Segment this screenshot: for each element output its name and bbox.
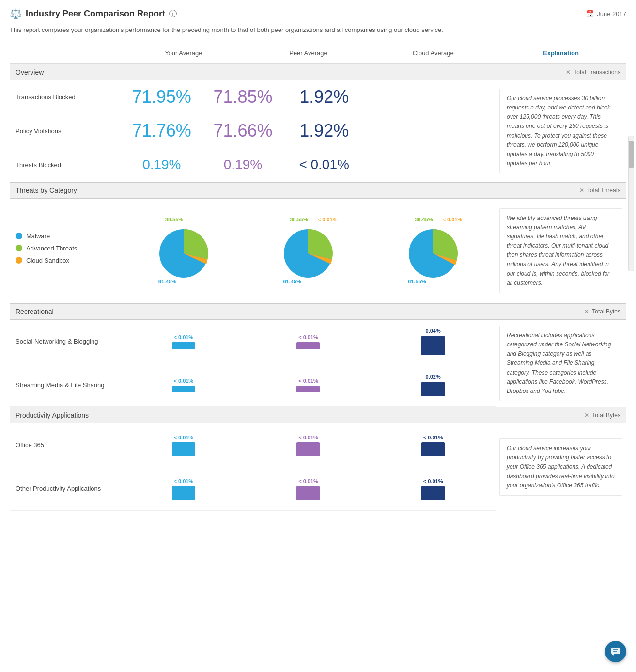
social-cloud-bar-chart [421, 336, 445, 355]
calendar-icon: 📅 [586, 10, 594, 17]
recreational-rows: Social Networking & Blogging < 0.01% < 0… [10, 320, 496, 407]
productivity-title: Productivity Applications [16, 411, 490, 419]
overview-explanation: Our cloud service processes 30 billion r… [499, 89, 622, 174]
threats-section-header: Threats by Category ✕ Total Threats [10, 182, 626, 199]
scrollbar-thumb[interactable] [629, 141, 634, 168]
pie-label-blue-your: 61.45% [158, 279, 176, 284]
policy-peer-value: 71.66% [202, 121, 284, 141]
otherprod-peer-label: < 0.01% [298, 478, 318, 484]
scrollbar[interactable] [628, 136, 634, 271]
col-label [10, 47, 121, 60]
social-peer-bar-chart [296, 342, 320, 349]
streaming-cloud-label: 0.02% [426, 374, 441, 380]
threats-title: Threats by Category [16, 187, 490, 194]
pie-label-green-your: 38.55% [165, 217, 183, 222]
pie-label-yellow-cloud: < 0.01% [442, 217, 462, 222]
pie-label-green-peer: 38.55% [290, 217, 308, 222]
streaming-your-label: < 0.01% [173, 378, 193, 384]
table-row: Office 365 < 0.01% < 0.01% < 0.01% [10, 423, 496, 467]
overview-title: Overview [16, 68, 490, 76]
productivity-rows: Office 365 < 0.01% < 0.01% < 0.01% Other… [10, 423, 496, 511]
row-label-other-prod: Other Productivity Applications [10, 485, 121, 492]
report-description: This report compares your organization's… [10, 25, 626, 35]
row-label-streaming: Streaming Media & File Sharing [10, 381, 121, 389]
otherprod-your-bar-chart [172, 486, 195, 500]
table-row: Other Productivity Applications < 0.01% … [10, 467, 496, 511]
social-cloud-label: 0.04% [426, 328, 441, 334]
row-label-office: Office 365 [10, 441, 121, 449]
otherprod-peer-bar-chart [296, 486, 320, 500]
pie-label-blue-peer: 61.45% [283, 279, 301, 284]
recreational-section-header: Recreational ✕ Total Bytes [10, 303, 626, 320]
metric-icon-overview: ✕ [566, 69, 571, 76]
col-peer-avg: Peer Average [246, 47, 371, 60]
streaming-peer-bar: < 0.01% [246, 378, 371, 392]
recreational-title: Recreational [16, 308, 490, 315]
pie-svg-your [155, 224, 213, 282]
office-peer-bar-chart [296, 442, 320, 456]
row-label-social: Social Networking & Blogging [10, 338, 121, 345]
col-explanation: Explanation [496, 47, 626, 60]
otherprod-your-label: < 0.01% [173, 478, 193, 484]
pie-chart-your: 38.55% 61.45% [121, 217, 246, 284]
legend-item-sandbox: Cloud Sandbox [16, 257, 121, 264]
metric-icon-productivity: ✕ [584, 412, 589, 419]
pie-svg-cloud [404, 224, 462, 282]
recreational-body: Social Networking & Blogging < 0.01% < 0… [10, 320, 626, 407]
header-title-area: ⚖️ Industry Peer Comparison Report i [10, 8, 177, 19]
metric-icon-threats: ✕ [579, 187, 584, 194]
pie-wrapper-cloud: 38.45% < 0.01% 61.55% [404, 217, 462, 284]
productivity-metric: ✕ Total Bytes [490, 412, 620, 419]
overview-section-header: Overview ✕ Total Transactions [10, 64, 626, 80]
table-row: Policy Violations 71.76% 71.66% 1.92% [10, 114, 496, 148]
overview-rows: Transactions Blocked 71.95% 71.85% 1.92%… [10, 80, 496, 182]
overview-body: Transactions Blocked 71.95% 71.85% 1.92%… [10, 80, 626, 182]
social-your-bar: < 0.01% [121, 334, 246, 349]
overview-explanation-container: Our cloud service processes 30 billion r… [496, 80, 626, 182]
office-cloud-bar-chart [421, 442, 445, 456]
legend-label-advanced: Advanced Threats [26, 245, 77, 252]
blocked-peer-value: 71.85% [202, 87, 284, 107]
info-icon[interactable]: i [169, 10, 177, 17]
pie-label-green-cloud: 38.45% [415, 217, 433, 222]
productivity-section-header: Productivity Applications ✕ Total Bytes [10, 407, 626, 423]
threats-your-value: 0.19% [121, 157, 202, 172]
streaming-cloud-bar-chart [421, 382, 445, 396]
row-label-policy: Policy Violations [10, 127, 121, 135]
office-peer-bar: < 0.01% [246, 435, 371, 456]
office-cloud-label: < 0.01% [423, 435, 443, 440]
threats-pie-row: Malware Advanced Threats Cloud Sandbox 3… [10, 199, 626, 304]
social-your-label: < 0.01% [173, 334, 193, 340]
office-cloud-bar: < 0.01% [371, 435, 496, 456]
streaming-your-bar: < 0.01% [121, 378, 246, 392]
otherprod-cloud-label: < 0.01% [423, 478, 443, 484]
scales-icon: ⚖️ [10, 8, 22, 19]
recreational-explanation-container: Recreational includes applications categ… [496, 320, 626, 407]
threats-metric-label: Total Threats [587, 187, 620, 194]
recreational-metric: ✕ Total Bytes [490, 308, 620, 315]
threats-peer-value: 0.19% [202, 157, 284, 172]
legend-item-advanced: Advanced Threats [16, 245, 121, 252]
otherprod-peer-bar: < 0.01% [246, 478, 371, 500]
page-title: Industry Peer Comparison Report [26, 9, 165, 19]
office-your-bar: < 0.01% [121, 435, 246, 456]
row-label-blocked: Transactions Blocked [10, 94, 121, 101]
productivity-body: Office 365 < 0.01% < 0.01% < 0.01% Other… [10, 423, 626, 511]
otherprod-cloud-bar-chart [421, 486, 445, 500]
office-your-label: < 0.01% [173, 435, 193, 440]
threats-cloud-value: < 0.01% [283, 157, 365, 172]
policy-cloud-value: 1.92% [283, 121, 365, 141]
legend-label-malware: Malware [26, 233, 50, 240]
col-cloud-avg: Cloud Average [371, 47, 496, 60]
streaming-your-bar-chart [172, 386, 195, 392]
table-row: Threats Blocked 0.19% 0.19% < 0.01% [10, 148, 496, 182]
blocked-cloud-value: 1.92% [283, 87, 365, 107]
otherprod-cloud-bar: < 0.01% [371, 478, 496, 500]
overview-metric-label: Total Transactions [574, 69, 620, 76]
pie-label-blue-cloud: 61.55% [408, 279, 426, 284]
threats-explanation: We identify advanced threats using strea… [499, 208, 622, 294]
page-container: ⚖️ Industry Peer Comparison Report i 📅 J… [0, 0, 636, 518]
pie-wrapper-your: 38.55% 61.45% [155, 217, 213, 284]
date-text: June 2017 [597, 10, 626, 17]
legend-dot-advanced [16, 245, 22, 251]
